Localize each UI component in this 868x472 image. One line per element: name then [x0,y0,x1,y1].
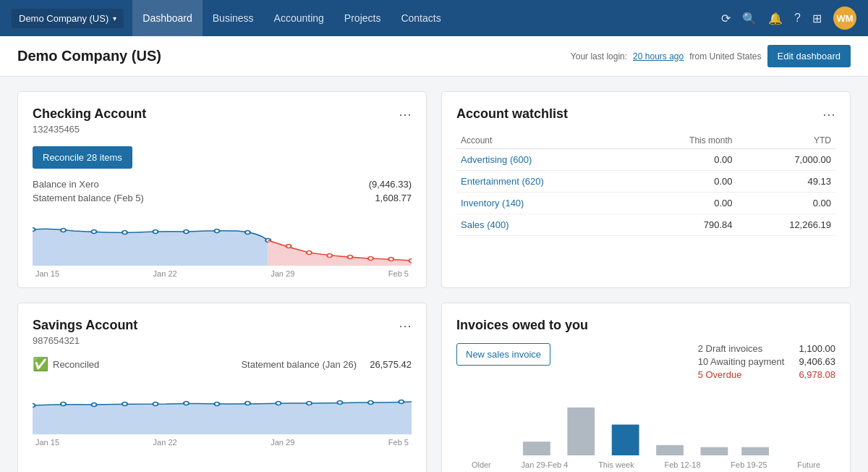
invoices-header: Invoices owed to you [456,318,835,333]
account-watchlist-card: Account watchlist ⋯ Account This month Y… [441,91,851,288]
savings-statement-label: Statement balance (Jan 26) [241,359,357,370]
awaiting-row: 10 Awaiting payment 9,406.63 [698,356,835,367]
checking-header: Checking Account 132435465 ⋯ [33,106,412,135]
nav-contacts[interactable]: Contacts [391,0,451,36]
invoice-bar-chart: Older Jan 29-Feb 4 This week Feb 12-18 F… [456,394,835,472]
svg-point-6 [214,229,219,233]
help-icon[interactable]: ? [794,12,801,25]
label-feb5: Feb 5 [388,269,409,278]
chart-label-feb19: Feb 19-25 [731,460,767,469]
ytd-value: 12,266.19 [736,214,835,236]
header-bar: Demo Company (US) Your last login: 20 ho… [0,36,868,77]
svg-point-19 [122,403,127,406]
svg-point-4 [153,230,158,234]
reconciled-badge: ✅ Reconciled Statement balance (Jan 26) … [33,356,412,372]
new-invoice-button[interactable]: New sales invoice [456,343,550,366]
chart-label-future: Future [797,460,820,469]
chevron-down-icon: ▾ [113,14,116,22]
last-login-text: Your last login: [571,51,627,62]
savings-label-jan15: Jan 15 [35,438,59,447]
grid-icon[interactable]: ⊞ [812,12,822,25]
savings-label-feb5: Feb 5 [388,438,409,447]
savings-chart-labels: Jan 15 Jan 22 Jan 29 Feb 5 [33,438,412,447]
company-selector[interactable]: Demo Company (US) ▾ [12,9,124,28]
table-row: Inventory (140) 0.00 0.00 [456,193,835,214]
checking-account-number: 132435465 [33,124,146,135]
svg-point-3 [122,231,127,235]
overdue-row: 5 Overdue 6,978.08 [698,369,835,380]
main-nav: Demo Company (US) ▾ Dashboard Business A… [0,0,868,36]
svg-point-20 [153,403,158,406]
statement-balance-row: Statement balance (Feb 5) 1,608.77 [33,193,412,203]
svg-point-10 [307,251,312,255]
account-name[interactable]: Sales (400) [456,214,636,236]
invoices-top: New sales invoice 2 Draft invoices 1,100… [456,343,835,382]
svg-point-0 [33,228,35,232]
watchlist-title: Account watchlist [456,106,568,122]
savings-more-icon[interactable]: ⋯ [399,318,412,334]
user-avatar[interactable]: WM [833,7,856,30]
table-row: Advertising (600) 0.00 7,000.00 [456,149,835,171]
svg-point-28 [399,400,404,404]
savings-label-jan29: Jan 29 [271,438,294,447]
overdue-label: 5 Overdue [698,369,742,380]
this-month-value: 0.00 [636,149,736,171]
reconciled-label: Reconciled [53,359,99,370]
svg-rect-32 [656,445,684,455]
this-month-value: 0.00 [636,193,736,214]
savings-header: Savings Account 987654321 ⋯ [33,318,412,346]
svg-point-14 [388,258,393,261]
svg-point-15 [409,259,412,263]
bell-icon[interactable]: 🔔 [768,12,783,25]
col-account: Account [456,132,636,149]
draft-amount: 1,100.00 [799,343,835,354]
label-jan15: Jan 15 [35,269,59,278]
watchlist-more-icon[interactable]: ⋯ [822,106,835,122]
svg-rect-34 [741,447,769,455]
reconcile-button[interactable]: Reconcile 28 items [33,146,132,169]
awaiting-label: 10 Awaiting payment [698,356,785,367]
company-name: Demo Company (US) [19,13,109,24]
watchlist-table: Account This month YTD Advertising (600)… [456,132,835,236]
checking-more-icon[interactable]: ⋯ [399,106,412,122]
chart-label-jan29: Jan 29-Feb 4 [522,460,569,469]
nav-projects[interactable]: Projects [334,0,391,36]
checking-chart-labels: Jan 15 Jan 22 Jan 29 Feb 5 [33,269,412,278]
svg-point-17 [61,403,66,406]
this-month-value: 790.84 [636,214,736,236]
svg-point-5 [184,230,189,234]
sync-icon[interactable]: ⟳ [721,12,731,25]
savings-account-card: Savings Account 987654321 ⋯ ✅ Reconciled… [17,303,427,472]
nav-accounting[interactable]: Accounting [264,0,334,36]
overdue-amount: 6,978.08 [799,369,835,380]
search-icon[interactable]: 🔍 [742,12,757,25]
table-row: Sales (400) 790.84 12,266.19 [456,214,835,236]
ytd-value: 0.00 [736,193,835,214]
svg-point-27 [368,401,373,405]
svg-point-7 [245,231,250,235]
last-login-suffix: from United States [689,51,761,62]
svg-rect-31 [612,425,639,456]
checking-balance-info: Balance in Xero (9,446.33) Statement bal… [33,179,412,203]
svg-rect-33 [701,447,728,455]
account-name[interactable]: Entertainment (620) [456,171,636,193]
edit-dashboard-button[interactable]: Edit dashboard [767,45,851,67]
balance-xero-label: Balance in Xero [33,179,99,190]
ytd-value: 7,000.00 [736,149,835,171]
account-name[interactable]: Advertising (600) [456,149,636,171]
col-ytd: YTD [736,132,835,149]
nav-dashboard[interactable]: Dashboard [132,0,203,36]
invoices-card: Invoices owed to you New sales invoice 2… [441,303,851,472]
svg-point-26 [337,401,342,405]
nav-business[interactable]: Business [203,0,264,36]
nav-links: Dashboard Business Accounting Projects C… [132,0,451,36]
balance-xero-row: Balance in Xero (9,446.33) [33,179,412,190]
chart-label-older: Older [472,460,491,469]
account-name[interactable]: Inventory (140) [456,193,636,214]
awaiting-amount: 9,406.63 [799,356,835,367]
savings-account-number: 987654321 [33,335,137,346]
last-login-time[interactable]: 20 hours ago [633,51,684,62]
page-title: Demo Company (US) [17,48,161,64]
svg-point-25 [307,402,312,405]
table-row: Entertainment (620) 0.00 49.13 [456,171,835,193]
